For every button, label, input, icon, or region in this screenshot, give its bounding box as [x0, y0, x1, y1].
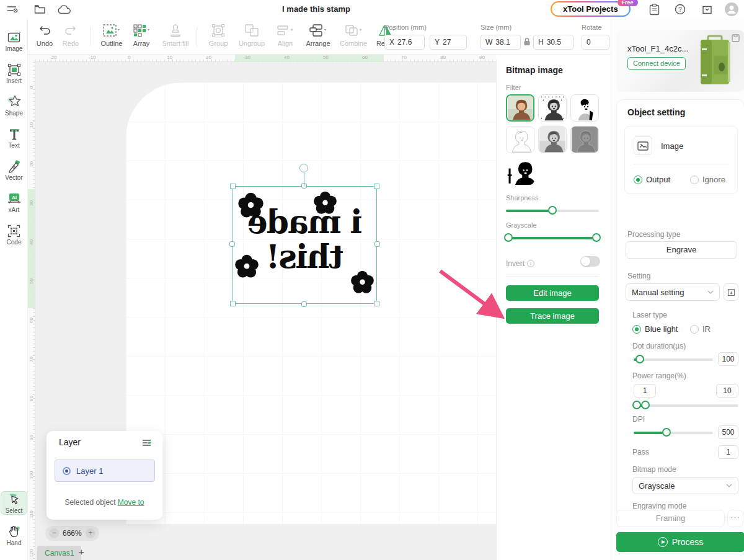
ignore-radio[interactable]: Ignore — [690, 174, 725, 185]
setting-select[interactable]: Manual setting — [626, 283, 720, 301]
sidebar-item-hand[interactable]: Hand — [1, 524, 27, 546]
add-canvas-button[interactable]: + — [79, 546, 84, 557]
size-label: Size (mm) — [480, 24, 512, 31]
device-card[interactable]: xTool_F1_4c2c... Connect device — [616, 30, 744, 92]
image-object-icon — [637, 141, 649, 151]
zoom-in-button[interactable]: + — [86, 528, 95, 538]
framing-button[interactable]: Framing — [616, 510, 725, 527]
canvas-tab[interactable]: Canvas1 — [37, 546, 81, 560]
connect-device-button[interactable]: Connect device — [627, 57, 686, 70]
outline-button[interactable]: Outline — [97, 22, 126, 47]
account-avatar[interactable] — [724, 2, 739, 16]
blue-light-radio[interactable]: Blue light — [632, 323, 678, 334]
layer-footer: Selected object Move to — [46, 498, 162, 507]
ruler-selection-highlight-v — [28, 189, 35, 308]
zoom-out-button[interactable]: − — [49, 528, 59, 538]
selection-handle-sw[interactable] — [230, 301, 236, 306]
filter-thumb-grayscale[interactable] — [538, 126, 567, 153]
sharpness-slider-knob[interactable] — [548, 206, 557, 215]
selection-handle-e[interactable] — [374, 241, 380, 247]
grayscale-min-knob[interactable] — [504, 233, 513, 242]
sidebar-item-code[interactable]: Code — [1, 223, 27, 246]
rotation-handle[interactable] — [299, 164, 308, 172]
arrange-button[interactable]: Arrange — [302, 22, 334, 47]
rotate-field[interactable]: 0 — [582, 35, 609, 50]
engraving-mode-label: Engraving mode — [632, 502, 686, 510]
filter-thumb-original[interactable] — [506, 94, 534, 122]
xart-tool-icon: AI — [1, 191, 27, 206]
sidebar-item-shape[interactable]: Shape — [1, 94, 27, 117]
filter-thumb-sketch[interactable] — [506, 126, 534, 153]
move-to-link[interactable]: Move to — [118, 498, 144, 507]
position-y-field[interactable]: Y27 — [430, 35, 467, 50]
selection-box[interactable]: i made this! — [232, 186, 377, 304]
dot-duration-slider[interactable] — [634, 358, 713, 361]
ir-radio[interactable]: IR — [690, 323, 711, 334]
selection-handle-nw[interactable] — [230, 184, 236, 189]
power-max-value[interactable]: 10 — [716, 384, 738, 398]
save-setting-button[interactable] — [724, 283, 738, 301]
smart-fill-button[interactable]: Smart fill — [158, 22, 193, 47]
sidebar-item-vector[interactable]: Vector — [1, 159, 27, 181]
edit-toolbar: Undo Redo Outline Array Smart fill Group… — [28, 19, 611, 55]
group-button[interactable]: Group — [204, 22, 232, 47]
sharpness-slider[interactable] — [506, 210, 599, 212]
dpi-slider[interactable] — [634, 432, 713, 434]
filter-thumb-silhouette[interactable] — [506, 158, 534, 185]
bitmap-mode-select[interactable]: Grayscale — [632, 477, 738, 494]
invert-toggle[interactable] — [580, 256, 600, 267]
object-setting-card: Object setting Image Output Ignore Proce… — [616, 99, 744, 517]
selection-handle-ne[interactable] — [374, 184, 379, 189]
xtool-projects-button[interactable]: xTool Projects Free — [551, 1, 631, 17]
filter-thumb-threshold[interactable] — [570, 94, 599, 122]
device-panel-icon[interactable] — [732, 33, 740, 45]
edit-image-button[interactable]: Edit image — [506, 285, 599, 301]
filter-thumb-emboss[interactable] — [570, 126, 599, 153]
help-icon[interactable]: ? — [673, 2, 688, 16]
array-button[interactable]: Array — [127, 22, 156, 47]
lock-ratio-icon[interactable] — [523, 37, 531, 48]
selection-handle-s[interactable] — [301, 301, 307, 307]
clipboard-icon[interactable] — [647, 2, 662, 16]
dot-duration-knob[interactable] — [636, 355, 644, 363]
rotate-label: Rotate — [582, 24, 601, 31]
dpi-knob[interactable] — [662, 428, 671, 437]
sidebar-item-image[interactable]: Image — [1, 30, 27, 52]
sidebar-item-insert[interactable]: Insert — [1, 62, 27, 84]
process-button[interactable]: Process — [616, 532, 744, 552]
sidebar-item-xart[interactable]: AI xArt — [1, 191, 27, 213]
layer-list-icon[interactable] — [142, 438, 151, 449]
redo-button[interactable]: Redo — [56, 22, 85, 47]
power-max-knob[interactable] — [641, 401, 650, 409]
combine-button[interactable]: Combine — [337, 22, 370, 47]
grayscale-range-slider[interactable] — [506, 237, 599, 239]
pass-value[interactable]: 1 — [718, 445, 738, 459]
redo-icon — [56, 22, 85, 38]
output-radio[interactable]: Output — [634, 174, 670, 185]
power-min-value[interactable]: 1 — [634, 384, 656, 398]
layer-row-layer1[interactable]: Layer 1 — [55, 460, 155, 482]
power-range-slider[interactable] — [634, 404, 738, 407]
selection-handle-w[interactable] — [229, 241, 235, 247]
framing-more-button[interactable]: ··· — [727, 510, 743, 527]
processing-type-button[interactable]: Engrave — [626, 241, 737, 259]
invert-info-icon[interactable]: i — [527, 260, 534, 267]
power-min-knob[interactable] — [632, 401, 641, 409]
grayscale-max-knob[interactable] — [592, 233, 601, 242]
chevron-down-icon — [726, 484, 732, 487]
dot-duration-value[interactable]: 100 — [718, 352, 738, 366]
filter-thumb-halftone[interactable] — [538, 94, 567, 122]
selection-handle-se[interactable] — [374, 301, 379, 306]
sidebar-item-text[interactable]: Text — [1, 127, 27, 149]
svg-text:AI: AI — [12, 195, 17, 200]
dpi-value[interactable]: 500 — [718, 425, 738, 439]
downloads-icon[interactable] — [699, 2, 714, 16]
trace-image-button[interactable]: Trace image — [506, 308, 599, 324]
align-button[interactable]: Align — [271, 22, 299, 47]
sidebar-item-select[interactable]: Select — [1, 491, 27, 515]
size-h-field[interactable]: H30.5 — [533, 35, 574, 50]
size-w-field[interactable]: W38.1 — [480, 35, 521, 50]
ungroup-button[interactable]: Ungroup — [235, 22, 268, 47]
position-x-field[interactable]: X27.6 — [384, 35, 425, 50]
undo-button[interactable]: Undo — [30, 22, 59, 47]
